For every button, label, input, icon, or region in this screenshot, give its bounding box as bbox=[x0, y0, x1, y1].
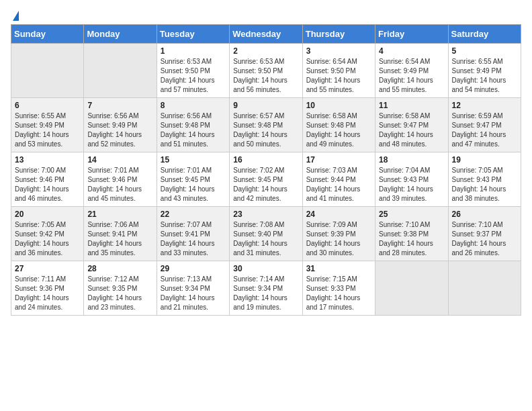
calendar-table: SundayMondayTuesdayWednesdayThursdayFrid… bbox=[11, 24, 521, 316]
cell-info: Sunrise: 7:01 AM Sunset: 9:46 PM Dayligh… bbox=[87, 166, 152, 203]
calendar-cell: 23Sunrise: 7:08 AM Sunset: 9:40 PM Dayli… bbox=[230, 207, 302, 261]
calendar-cell bbox=[448, 261, 521, 316]
cell-info: Sunrise: 6:56 AM Sunset: 9:48 PM Dayligh… bbox=[161, 111, 226, 149]
day-number: 27 bbox=[15, 264, 80, 273]
header-thursday: Thursday bbox=[302, 25, 375, 44]
cell-info: Sunrise: 7:09 AM Sunset: 9:39 PM Dayligh… bbox=[306, 220, 371, 258]
calendar-header-row: SundayMondayTuesdayWednesdayThursdayFrid… bbox=[11, 25, 521, 44]
week-row-2: 6Sunrise: 6:55 AM Sunset: 9:49 PM Daylig… bbox=[11, 98, 521, 152]
day-number: 20 bbox=[15, 210, 80, 219]
header-wednesday: Wednesday bbox=[230, 25, 302, 44]
calendar-cell: 18Sunrise: 7:04 AM Sunset: 9:43 PM Dayli… bbox=[375, 152, 448, 207]
calendar-cell bbox=[84, 44, 157, 98]
logo-triangle-icon bbox=[13, 11, 19, 21]
cell-info: Sunrise: 6:55 AM Sunset: 9:49 PM Dayligh… bbox=[452, 57, 517, 95]
week-row-4: 20Sunrise: 7:05 AM Sunset: 9:42 PM Dayli… bbox=[11, 207, 521, 261]
calendar-cell: 2Sunrise: 6:53 AM Sunset: 9:50 PM Daylig… bbox=[230, 44, 302, 98]
cell-info: Sunrise: 7:05 AM Sunset: 9:43 PM Dayligh… bbox=[452, 166, 517, 203]
calendar-cell: 1Sunrise: 6:53 AM Sunset: 9:50 PM Daylig… bbox=[157, 44, 229, 98]
cell-info: Sunrise: 7:12 AM Sunset: 9:35 PM Dayligh… bbox=[87, 275, 152, 312]
day-number: 25 bbox=[379, 210, 444, 219]
calendar-cell: 26Sunrise: 7:10 AM Sunset: 9:37 PM Dayli… bbox=[448, 207, 521, 261]
cell-info: Sunrise: 7:15 AM Sunset: 9:33 PM Dayligh… bbox=[306, 275, 371, 312]
header-sunday: Sunday bbox=[11, 25, 84, 44]
cell-info: Sunrise: 7:08 AM Sunset: 9:40 PM Dayligh… bbox=[233, 220, 298, 258]
calendar-cell: 11Sunrise: 6:58 AM Sunset: 9:47 PM Dayli… bbox=[375, 98, 448, 152]
day-number: 7 bbox=[87, 101, 152, 110]
calendar-cell bbox=[375, 261, 448, 316]
day-number: 31 bbox=[306, 264, 371, 273]
day-number: 15 bbox=[161, 155, 226, 165]
day-number: 19 bbox=[452, 155, 517, 165]
day-number: 14 bbox=[87, 155, 152, 165]
calendar-cell: 27Sunrise: 7:11 AM Sunset: 9:36 PM Dayli… bbox=[11, 261, 84, 316]
cell-info: Sunrise: 7:01 AM Sunset: 9:45 PM Dayligh… bbox=[161, 166, 226, 203]
calendar-cell: 19Sunrise: 7:05 AM Sunset: 9:43 PM Dayli… bbox=[448, 152, 521, 207]
day-number: 23 bbox=[233, 210, 298, 219]
day-number: 8 bbox=[161, 101, 226, 110]
week-row-5: 27Sunrise: 7:11 AM Sunset: 9:36 PM Dayli… bbox=[11, 261, 521, 316]
calendar-cell: 14Sunrise: 7:01 AM Sunset: 9:46 PM Dayli… bbox=[84, 152, 157, 207]
calendar-cell: 9Sunrise: 6:57 AM Sunset: 9:48 PM Daylig… bbox=[230, 98, 302, 152]
day-number: 26 bbox=[452, 210, 517, 219]
day-number: 2 bbox=[233, 46, 298, 56]
cell-info: Sunrise: 7:00 AM Sunset: 9:46 PM Dayligh… bbox=[15, 166, 80, 203]
logo bbox=[11, 11, 19, 19]
week-row-1: 1Sunrise: 6:53 AM Sunset: 9:50 PM Daylig… bbox=[11, 44, 521, 98]
calendar-cell: 21Sunrise: 7:06 AM Sunset: 9:41 PM Dayli… bbox=[84, 207, 157, 261]
cell-info: Sunrise: 6:54 AM Sunset: 9:49 PM Dayligh… bbox=[379, 57, 444, 95]
calendar-cell bbox=[11, 44, 84, 98]
day-number: 30 bbox=[233, 264, 298, 273]
calendar-cell: 17Sunrise: 7:03 AM Sunset: 9:44 PM Dayli… bbox=[302, 152, 375, 207]
cell-info: Sunrise: 7:04 AM Sunset: 9:43 PM Dayligh… bbox=[379, 166, 444, 203]
calendar-cell: 24Sunrise: 7:09 AM Sunset: 9:39 PM Dayli… bbox=[302, 207, 375, 261]
day-number: 12 bbox=[452, 101, 517, 110]
page-header bbox=[11, 11, 521, 19]
day-number: 4 bbox=[379, 46, 444, 56]
calendar-cell: 6Sunrise: 6:55 AM Sunset: 9:49 PM Daylig… bbox=[11, 98, 84, 152]
cell-info: Sunrise: 6:55 AM Sunset: 9:49 PM Dayligh… bbox=[15, 111, 80, 149]
calendar-cell: 28Sunrise: 7:12 AM Sunset: 9:35 PM Dayli… bbox=[84, 261, 157, 316]
cell-info: Sunrise: 7:14 AM Sunset: 9:34 PM Dayligh… bbox=[233, 275, 298, 312]
cell-info: Sunrise: 7:05 AM Sunset: 9:42 PM Dayligh… bbox=[15, 220, 80, 258]
day-number: 3 bbox=[306, 46, 371, 56]
calendar-cell: 25Sunrise: 7:10 AM Sunset: 9:38 PM Dayli… bbox=[375, 207, 448, 261]
header-saturday: Saturday bbox=[448, 25, 521, 44]
cell-info: Sunrise: 6:59 AM Sunset: 9:47 PM Dayligh… bbox=[452, 111, 517, 149]
day-number: 11 bbox=[379, 101, 444, 110]
cell-info: Sunrise: 7:02 AM Sunset: 9:45 PM Dayligh… bbox=[233, 166, 298, 203]
calendar-cell: 4Sunrise: 6:54 AM Sunset: 9:49 PM Daylig… bbox=[375, 44, 448, 98]
calendar-cell: 3Sunrise: 6:54 AM Sunset: 9:50 PM Daylig… bbox=[302, 44, 375, 98]
cell-info: Sunrise: 6:58 AM Sunset: 9:48 PM Dayligh… bbox=[306, 111, 371, 149]
cell-info: Sunrise: 6:53 AM Sunset: 9:50 PM Dayligh… bbox=[233, 57, 298, 95]
calendar-cell: 8Sunrise: 6:56 AM Sunset: 9:48 PM Daylig… bbox=[157, 98, 229, 152]
calendar-cell: 31Sunrise: 7:15 AM Sunset: 9:33 PM Dayli… bbox=[302, 261, 375, 316]
cell-info: Sunrise: 6:53 AM Sunset: 9:50 PM Dayligh… bbox=[161, 57, 226, 95]
day-number: 10 bbox=[306, 101, 371, 110]
header-friday: Friday bbox=[375, 25, 448, 44]
header-tuesday: Tuesday bbox=[157, 25, 229, 44]
calendar-cell: 15Sunrise: 7:01 AM Sunset: 9:45 PM Dayli… bbox=[157, 152, 229, 207]
calendar-cell: 20Sunrise: 7:05 AM Sunset: 9:42 PM Dayli… bbox=[11, 207, 84, 261]
day-number: 6 bbox=[15, 101, 80, 110]
cell-info: Sunrise: 7:10 AM Sunset: 9:38 PM Dayligh… bbox=[379, 220, 444, 258]
cell-info: Sunrise: 7:13 AM Sunset: 9:34 PM Dayligh… bbox=[161, 275, 226, 312]
day-number: 28 bbox=[87, 264, 152, 273]
calendar-cell: 22Sunrise: 7:07 AM Sunset: 9:41 PM Dayli… bbox=[157, 207, 229, 261]
cell-info: Sunrise: 6:56 AM Sunset: 9:49 PM Dayligh… bbox=[87, 111, 152, 149]
header-monday: Monday bbox=[84, 25, 157, 44]
cell-info: Sunrise: 6:54 AM Sunset: 9:50 PM Dayligh… bbox=[306, 57, 371, 95]
day-number: 18 bbox=[379, 155, 444, 165]
cell-info: Sunrise: 6:57 AM Sunset: 9:48 PM Dayligh… bbox=[233, 111, 298, 149]
cell-info: Sunrise: 7:03 AM Sunset: 9:44 PM Dayligh… bbox=[306, 166, 371, 203]
day-number: 21 bbox=[87, 210, 152, 219]
calendar-cell: 16Sunrise: 7:02 AM Sunset: 9:45 PM Dayli… bbox=[230, 152, 302, 207]
day-number: 1 bbox=[161, 46, 226, 56]
day-number: 24 bbox=[306, 210, 371, 219]
calendar-cell: 30Sunrise: 7:14 AM Sunset: 9:34 PM Dayli… bbox=[230, 261, 302, 316]
calendar-cell: 13Sunrise: 7:00 AM Sunset: 9:46 PM Dayli… bbox=[11, 152, 84, 207]
cell-info: Sunrise: 7:11 AM Sunset: 9:36 PM Dayligh… bbox=[15, 275, 80, 312]
day-number: 13 bbox=[15, 155, 80, 165]
day-number: 9 bbox=[233, 101, 298, 110]
cell-info: Sunrise: 7:06 AM Sunset: 9:41 PM Dayligh… bbox=[87, 220, 152, 258]
